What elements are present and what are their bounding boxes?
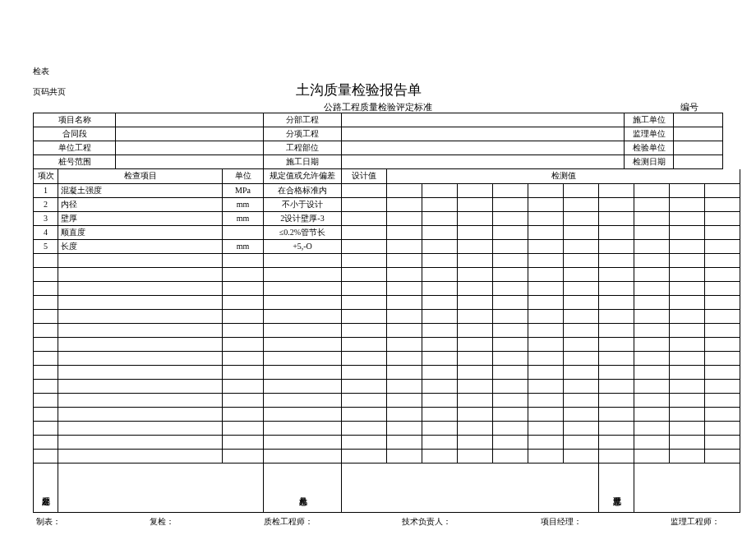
cell bbox=[264, 267, 342, 281]
measure-cell bbox=[634, 225, 670, 239]
cell: 混凝土强度 bbox=[58, 183, 223, 197]
measure-cell bbox=[387, 267, 422, 281]
signoff-qc-eng: 质检工程师： bbox=[264, 516, 313, 528]
measure-cell bbox=[458, 295, 493, 309]
header-table: 项目名称 分部工程 施工单位 合同段 分项工程 监理单位 单位工程 工程部位 检… bbox=[33, 113, 723, 169]
cell bbox=[342, 281, 387, 295]
construct-unit-val bbox=[674, 113, 723, 127]
cell bbox=[342, 295, 387, 309]
measure-cell bbox=[422, 253, 458, 267]
measure-cell bbox=[670, 225, 705, 239]
column-header-row: 项次 检查项目 单位 规定值或允许偏差 设计值 检测值 bbox=[34, 169, 740, 183]
measure-cell bbox=[564, 295, 599, 309]
cell bbox=[342, 407, 387, 421]
measure-cell bbox=[493, 309, 528, 323]
measure-cell bbox=[564, 323, 599, 337]
measure-cell bbox=[564, 351, 599, 365]
cell bbox=[342, 393, 387, 407]
project-name-val bbox=[116, 113, 264, 127]
measure-cell bbox=[422, 267, 458, 281]
measure-cell bbox=[634, 197, 670, 211]
cell bbox=[264, 365, 342, 379]
table-row bbox=[34, 351, 740, 365]
supervise-unit-val bbox=[674, 127, 723, 141]
cell bbox=[264, 337, 342, 351]
measure-cell bbox=[458, 197, 493, 211]
measure-cell bbox=[634, 337, 670, 351]
detect-date-val bbox=[674, 155, 723, 169]
cell bbox=[58, 351, 223, 365]
cell: 3 bbox=[34, 211, 58, 225]
measure-cell bbox=[387, 365, 422, 379]
supervise-unit-lbl: 监理单位 bbox=[625, 127, 674, 141]
cell: ≤0.2%管节长 bbox=[264, 225, 342, 239]
table-row: 4顺直度≤0.2%管节长 bbox=[34, 225, 740, 239]
measure-cell bbox=[634, 351, 670, 365]
measure-cell bbox=[493, 393, 528, 407]
cell bbox=[342, 337, 387, 351]
cell bbox=[342, 239, 387, 253]
detect-date-lbl: 检测日期 bbox=[625, 155, 674, 169]
cell bbox=[34, 379, 58, 393]
measure-cell bbox=[528, 239, 564, 253]
measure-cell bbox=[493, 211, 528, 225]
measure-cell bbox=[422, 323, 458, 337]
measure-cell bbox=[422, 337, 458, 351]
part-lbl: 工程部位 bbox=[264, 141, 342, 155]
table-row: 3壁厚mm2设计壁厚-3 bbox=[34, 211, 740, 225]
measure-cell bbox=[387, 281, 422, 295]
inspect-unit-lbl: 检验单位 bbox=[625, 141, 674, 155]
cell bbox=[223, 281, 264, 295]
cell bbox=[342, 351, 387, 365]
cell bbox=[58, 281, 223, 295]
measure-cell bbox=[564, 225, 599, 239]
cell bbox=[342, 267, 387, 281]
measure-cell bbox=[670, 253, 705, 267]
cell bbox=[34, 365, 58, 379]
measure-cell bbox=[705, 239, 740, 253]
table-row bbox=[34, 449, 740, 463]
measure-cell bbox=[599, 197, 634, 211]
cell bbox=[342, 309, 387, 323]
measure-cell bbox=[564, 435, 599, 449]
measure-cell bbox=[422, 421, 458, 435]
measure-cell bbox=[564, 267, 599, 281]
pile-range-lbl: 桩号范围 bbox=[34, 155, 116, 169]
cell bbox=[34, 337, 58, 351]
measure-cell bbox=[493, 435, 528, 449]
measure-cell bbox=[705, 281, 740, 295]
measure-cell bbox=[705, 197, 740, 211]
col-design: 设计值 bbox=[342, 169, 387, 183]
measure-cell bbox=[705, 435, 740, 449]
measure-cell bbox=[528, 421, 564, 435]
table-row: 5长度mm+5,-O bbox=[34, 239, 740, 253]
measure-cell bbox=[458, 253, 493, 267]
measure-cell bbox=[564, 281, 599, 295]
measure-cell bbox=[705, 449, 740, 463]
col-measured: 检测值 bbox=[387, 169, 740, 183]
measure-cell bbox=[705, 267, 740, 281]
measure-cell bbox=[528, 183, 564, 197]
measure-cell bbox=[422, 309, 458, 323]
measure-cell bbox=[422, 393, 458, 407]
measure-cell bbox=[705, 379, 740, 393]
measure-cell bbox=[599, 295, 634, 309]
cell bbox=[223, 421, 264, 435]
cell: 内径 bbox=[58, 197, 223, 211]
measure-cell bbox=[564, 183, 599, 197]
measure-cell bbox=[564, 393, 599, 407]
table-row bbox=[34, 435, 740, 449]
cell bbox=[342, 197, 387, 211]
cell bbox=[264, 281, 342, 295]
measure-cell bbox=[528, 449, 564, 463]
measure-cell bbox=[493, 225, 528, 239]
measure-cell bbox=[493, 267, 528, 281]
measure-cell bbox=[564, 253, 599, 267]
measure-cell bbox=[458, 379, 493, 393]
measure-cell bbox=[634, 267, 670, 281]
measure-cell bbox=[387, 407, 422, 421]
measure-cell bbox=[458, 351, 493, 365]
table-row: 1混凝土强度MPa在合格标准内 bbox=[34, 183, 740, 197]
measure-cell bbox=[564, 365, 599, 379]
measure-cell bbox=[422, 351, 458, 365]
